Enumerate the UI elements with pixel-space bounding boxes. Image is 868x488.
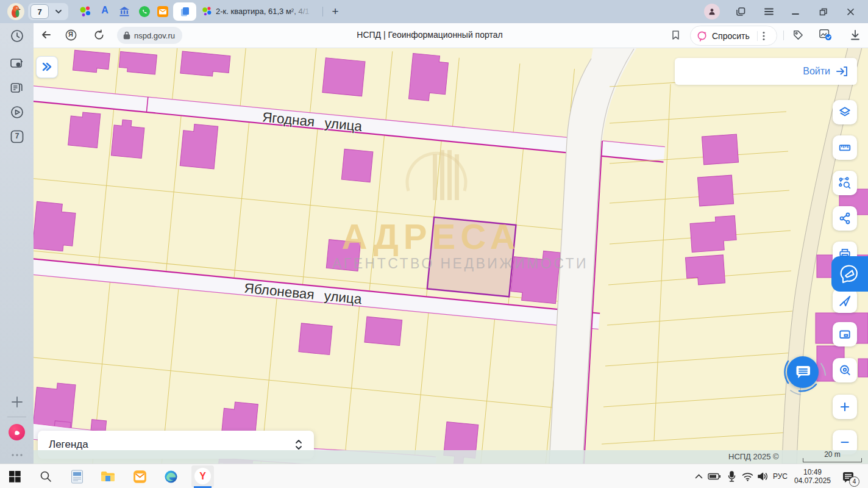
login-button[interactable]: Войти <box>675 58 857 85</box>
sidebar-more-icon[interactable] <box>9 447 25 463</box>
pinned-tab-active-doc[interactable] <box>173 2 196 21</box>
share-button[interactable] <box>833 206 857 231</box>
tray-microphone[interactable] <box>724 469 739 484</box>
taskbar-file-explorer[interactable] <box>101 469 115 484</box>
image-translate-button[interactable] <box>819 28 832 41</box>
bookmark-button[interactable] <box>669 28 682 41</box>
notification-count-badge: 4 <box>849 476 859 487</box>
hamburger-icon <box>764 7 774 16</box>
pinned-tab-whatsapp-icon[interactable] <box>138 5 151 18</box>
measure-button[interactable] <box>833 135 857 160</box>
profile-avatar[interactable] <box>7 3 24 20</box>
taskbar-mail[interactable] <box>132 469 147 484</box>
taskbar-yandex-browser-active[interactable]: Y <box>191 465 214 487</box>
area-search-icon <box>838 176 852 190</box>
tray-wifi[interactable] <box>740 469 755 484</box>
tabs-overview-button[interactable] <box>734 5 747 18</box>
search-location-icon <box>838 364 852 377</box>
reload-button[interactable] <box>92 28 105 41</box>
ruler-icon <box>838 141 852 154</box>
chevron-down-icon <box>55 9 62 14</box>
tray-clock[interactable]: 10:49 04.07.2025 <box>791 468 834 485</box>
window-close-button[interactable] <box>844 5 857 18</box>
tray-volume[interactable] <box>755 469 770 484</box>
menu-button[interactable] <box>762 5 775 18</box>
copy-tabs-icon <box>735 6 746 17</box>
tab-counter-button[interactable]: 7 <box>28 3 68 20</box>
scale-bar: 20 m <box>803 451 862 462</box>
navigation-arrow-icon <box>838 294 852 307</box>
kebab-icon[interactable] <box>763 31 765 41</box>
reload-icon <box>93 29 105 41</box>
collapse-expand-icon[interactable] <box>294 438 303 451</box>
alice-assistant-icon[interactable] <box>9 424 25 440</box>
taskbar-search-button[interactable] <box>38 469 53 484</box>
speaker-icon <box>757 472 769 481</box>
window-minimize-button[interactable] <box>789 5 802 18</box>
extension-side-badge[interactable] <box>831 256 868 292</box>
scale-label: 20 m <box>803 451 862 458</box>
map-panel-expand-button[interactable] <box>36 56 58 78</box>
yandex-home-button[interactable]: Я <box>64 28 77 41</box>
tray-battery[interactable] <box>707 469 722 484</box>
folder-icon <box>101 470 115 483</box>
tray-expand-button[interactable] <box>692 469 705 484</box>
add-panel-icon[interactable] <box>9 394 25 410</box>
zoom-in-button[interactable] <box>833 395 857 419</box>
map-search-button[interactable] <box>833 358 857 382</box>
new-tab-button[interactable]: + <box>328 4 343 19</box>
search-icon <box>40 470 52 483</box>
chat-widget-button[interactable] <box>787 356 819 388</box>
frame-icon <box>838 328 852 341</box>
window-restore-button[interactable] <box>816 5 830 18</box>
screenshot-icon[interactable] <box>9 55 25 71</box>
mini-map-button[interactable] <box>833 322 857 346</box>
pinned-tab-avito-icon[interactable] <box>79 5 91 18</box>
area-search-button[interactable] <box>833 171 857 195</box>
tray-language[interactable]: РУС <box>773 472 788 481</box>
person-icon <box>706 6 717 17</box>
locate-button[interactable] <box>833 289 857 313</box>
microphone-icon <box>728 471 736 483</box>
page-title: НСПД | Геоинформационный портал <box>265 30 594 40</box>
layers-button[interactable] <box>833 100 857 124</box>
cadastral-map[interactable]: Ягодная улица Яблоневая улица Цветочная <box>34 48 868 464</box>
ask-label: Спросить <box>712 31 750 41</box>
start-button[interactable] <box>7 469 22 484</box>
pinned-tab-mail-icon[interactable] <box>157 5 169 18</box>
legend-label: Легенда <box>49 439 88 451</box>
attribution-text: НСПД 2025 © <box>728 452 779 461</box>
downloads-button[interactable] <box>848 28 862 41</box>
battery-icon <box>708 473 721 480</box>
numbered-tab-icon[interactable]: 7 <box>9 129 25 145</box>
notification-center-button[interactable]: 4 <box>841 470 856 484</box>
edge-icon <box>164 470 178 484</box>
url-field[interactable]: nspd.gov.ru <box>117 27 182 44</box>
history-icon[interactable] <box>9 28 25 44</box>
browser-tab-bar: 7 A 2-к. квартира, 61,3 м², 4/1 <box>0 0 868 23</box>
windows-taskbar: Y РУС 10:49 <box>0 464 868 488</box>
login-icon <box>835 65 848 78</box>
ask-ai-button[interactable]: Спросить <box>690 26 777 46</box>
arrow-left-icon <box>40 29 52 41</box>
active-tab-favicon <box>202 6 212 16</box>
extensions-button[interactable] <box>791 28 805 41</box>
articles-icon[interactable] <box>9 80 25 96</box>
document-app-icon <box>71 470 84 484</box>
wifi-icon <box>742 472 753 481</box>
parrot-icon <box>7 3 24 20</box>
chat-bubble-icon <box>794 363 812 381</box>
taskbar-edge[interactable] <box>163 469 178 484</box>
pinned-tab-a-icon[interactable]: A <box>99 5 111 17</box>
browser-user-avatar[interactable] <box>704 4 720 20</box>
pinned-tab-bank-icon[interactable] <box>118 5 130 18</box>
share-icon <box>838 212 852 225</box>
bubble-map-icon <box>838 262 861 285</box>
minimize-icon <box>791 7 800 16</box>
taskbar-app-document[interactable] <box>69 469 84 484</box>
video-play-icon[interactable] <box>9 104 25 120</box>
map-attribution-bar: НСПД 2025 © 20 m <box>34 450 868 464</box>
back-button[interactable] <box>40 28 53 41</box>
url-text: nspd.gov.ru <box>134 31 175 40</box>
minus-icon <box>838 436 852 449</box>
